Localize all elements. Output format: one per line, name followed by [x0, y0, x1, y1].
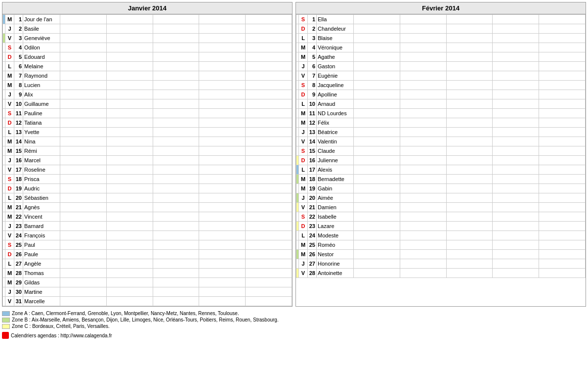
extra-cell	[354, 269, 400, 278]
extra-cell	[106, 24, 153, 34]
day-of-week: J	[5, 222, 14, 231]
table-row: V10Guillaume	[3, 99, 292, 109]
extra-cell	[354, 231, 400, 240]
day-name: Martine	[23, 287, 60, 297]
table-row: S25Paul	[3, 240, 292, 250]
extra-cell	[400, 15, 446, 24]
day-name: Roseline	[23, 165, 60, 175]
extra-cell	[354, 259, 400, 269]
footer: Calendriers agendas : http://www.calagen…	[2, 332, 586, 339]
table-row: D19Audric	[3, 184, 292, 193]
table-row: M25Roméo	[296, 240, 586, 250]
day-name: Chandeleur	[317, 24, 354, 34]
extra-cell	[493, 146, 539, 156]
extra-cell	[493, 71, 539, 81]
extra-cell	[199, 222, 246, 231]
extra-cell	[60, 222, 107, 231]
extra-cell	[60, 90, 107, 99]
extra-cell	[60, 287, 107, 297]
extra-cell	[354, 24, 400, 34]
day-name: Béatrice	[317, 128, 354, 137]
day-name: Angèle	[23, 259, 60, 269]
extra-cell	[539, 203, 586, 212]
extra-cell	[246, 231, 292, 240]
day-number: 29	[14, 278, 23, 287]
day-of-week: D	[299, 222, 308, 231]
extra-cell	[539, 62, 586, 71]
day-name: Félix	[317, 118, 354, 128]
extra-cell	[493, 24, 539, 34]
extra-cell	[446, 175, 493, 184]
day-name: Eugènie	[317, 71, 354, 81]
extra-cell	[153, 297, 199, 306]
extra-cell	[400, 231, 446, 240]
extra-cell	[106, 193, 153, 203]
day-name: Melaine	[23, 62, 60, 71]
extra-cell	[400, 34, 446, 43]
extra-cell	[539, 250, 586, 259]
january-title: Janvier 2014	[2, 2, 292, 14]
extra-cell	[400, 137, 446, 146]
zone-c-label: Zone C : Bordeaux, Créteil, Paris, Versa…	[12, 323, 110, 329]
extra-cell	[106, 43, 153, 52]
day-name: Gabin	[317, 184, 354, 193]
extra-cell	[60, 15, 107, 24]
day-name: Julienne	[317, 156, 354, 165]
extra-cell	[199, 99, 246, 109]
january-calendar: Janvier 2014 M1Jour de l'anJ2BasileV3Gen…	[2, 2, 293, 307]
extra-cell	[153, 128, 199, 137]
day-name: Rémi	[23, 146, 60, 156]
extra-cell	[106, 184, 153, 193]
extra-cell	[199, 81, 246, 90]
extra-cell	[493, 165, 539, 175]
extra-cell	[539, 81, 586, 90]
extra-cell	[354, 52, 400, 62]
extra-cell	[493, 231, 539, 240]
extra-cell	[106, 278, 153, 287]
extra-cell	[446, 231, 493, 240]
day-name: ND Lourdes	[317, 109, 354, 118]
extra-cell	[493, 250, 539, 259]
day-number: 3	[308, 34, 317, 43]
day-number: 1	[308, 15, 317, 24]
day-name: Raymond	[23, 71, 60, 81]
extra-cell	[493, 62, 539, 71]
table-row: L17Alexis	[296, 165, 586, 175]
extra-cell	[106, 15, 153, 24]
day-of-week: S	[5, 175, 14, 184]
day-name: Paule	[23, 250, 60, 259]
day-of-week: V	[299, 203, 308, 212]
extra-cell	[106, 62, 153, 71]
extra-cell	[354, 146, 400, 156]
january-table: M1Jour de l'anJ2BasileV3GenevièveS4Odilo…	[2, 14, 292, 306]
table-row: M21Agnès	[3, 203, 292, 212]
extra-cell	[246, 156, 292, 165]
extra-cell	[446, 34, 493, 43]
extra-cell	[106, 259, 153, 269]
table-row: D5Edouard	[3, 52, 292, 62]
extra-cell	[153, 118, 199, 128]
extra-cell	[153, 287, 199, 297]
extra-cell	[153, 269, 199, 278]
extra-cell	[60, 156, 107, 165]
day-number: 13	[308, 128, 317, 137]
extra-cell	[539, 128, 586, 137]
zone-b-label: Zone B : Aix-Marseille, Amiens, Besançon…	[12, 317, 279, 323]
extra-cell	[354, 81, 400, 90]
extra-cell	[199, 297, 246, 306]
extra-cell	[106, 222, 153, 231]
extra-cell	[400, 222, 446, 231]
extra-cell	[354, 240, 400, 250]
extra-cell	[354, 175, 400, 184]
extra-cell	[539, 212, 586, 222]
day-number: 12	[14, 118, 23, 128]
table-row: J27Honorine	[296, 259, 586, 269]
extra-cell	[400, 24, 446, 34]
day-name: Pauline	[23, 109, 60, 118]
extra-cell	[153, 146, 199, 156]
extra-cell	[60, 43, 107, 52]
table-row: M1Jour de l'an	[3, 15, 292, 24]
extra-cell	[199, 15, 246, 24]
day-number: 8	[14, 81, 23, 90]
day-of-week: J	[5, 287, 14, 297]
